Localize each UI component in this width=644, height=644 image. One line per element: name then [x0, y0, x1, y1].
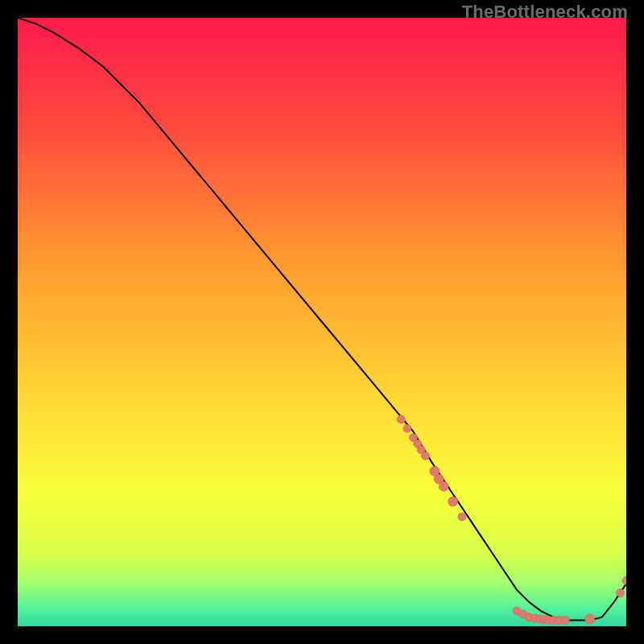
data-marker	[403, 424, 411, 432]
data-marker	[561, 616, 569, 624]
data-marker	[448, 497, 458, 506]
data-marker	[439, 481, 448, 491]
data-marker	[616, 588, 624, 597]
data-marker	[458, 513, 466, 521]
chart-frame: TheBottleneck.com	[0, 0, 644, 644]
data-marker	[397, 415, 405, 423]
data-marker	[585, 614, 595, 624]
plot-area	[18, 18, 626, 626]
chart-svg	[18, 18, 626, 626]
data-marker	[422, 452, 430, 460]
